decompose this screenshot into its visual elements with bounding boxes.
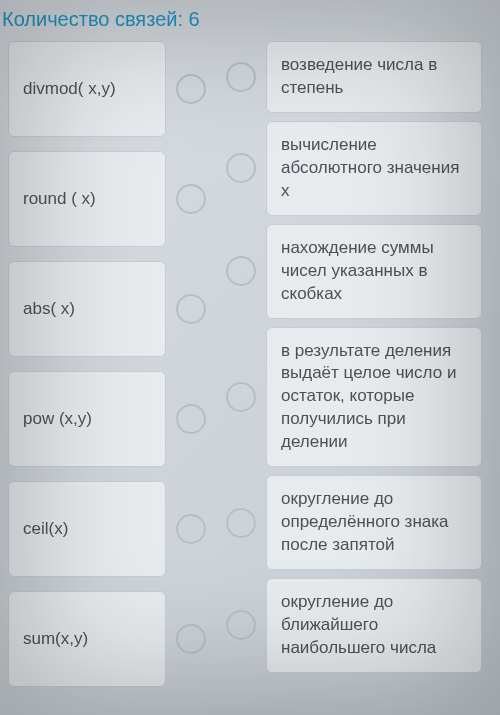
- right-item: вычисление абсолютного значения x: [226, 121, 482, 216]
- function-box-divmod[interactable]: divmod( x,y): [8, 41, 166, 137]
- function-box-pow[interactable]: pow (x,y): [8, 371, 166, 467]
- function-box-round[interactable]: round ( x): [8, 151, 166, 247]
- left-item: ceil(x): [8, 481, 214, 577]
- left-item: round ( x): [8, 151, 214, 247]
- right-item: округление до ближайшего наибольшего чис…: [226, 578, 482, 673]
- connector-right-3[interactable]: [226, 382, 256, 412]
- function-label: sum(x,y): [23, 629, 88, 649]
- connector-right-1[interactable]: [226, 153, 256, 183]
- description-label: в результате деления выдаёт целое число …: [281, 341, 456, 452]
- left-item: divmod( x,y): [8, 41, 214, 137]
- function-label: divmod( x,y): [23, 79, 116, 99]
- connections-count-header: Количество связей: 6: [0, 0, 500, 41]
- left-column: divmod( x,y) round ( x) abs( x) pow (x,y…: [8, 41, 214, 687]
- description-label: округление до определённого знака после …: [281, 489, 449, 554]
- right-column: возведение числа в степень вычисление аб…: [226, 41, 482, 687]
- function-label: round ( x): [23, 189, 96, 209]
- connector-left-5[interactable]: [176, 624, 206, 654]
- connector-left-2[interactable]: [176, 294, 206, 324]
- function-label: pow (x,y): [23, 409, 92, 429]
- connector-right-2[interactable]: [226, 256, 256, 286]
- right-item: нахождение суммы чисел указанных в скобк…: [226, 224, 482, 319]
- description-box-4[interactable]: округление до определённого знака после …: [266, 475, 482, 570]
- description-label: возведение числа в степень: [281, 55, 437, 97]
- function-label: abs( x): [23, 299, 75, 319]
- left-item: pow (x,y): [8, 371, 214, 467]
- connector-right-4[interactable]: [226, 508, 256, 538]
- right-item: возведение числа в степень: [226, 41, 482, 113]
- right-item: округление до определённого знака после …: [226, 475, 482, 570]
- connector-left-0[interactable]: [176, 74, 206, 104]
- description-label: вычисление абсолютного значения x: [281, 135, 459, 200]
- connector-right-5[interactable]: [226, 610, 256, 640]
- left-item: sum(x,y): [8, 591, 214, 687]
- function-box-sum[interactable]: sum(x,y): [8, 591, 166, 687]
- function-box-ceil[interactable]: ceil(x): [8, 481, 166, 577]
- description-label: округление до ближайшего наибольшего чис…: [281, 592, 436, 657]
- left-item: abs( x): [8, 261, 214, 357]
- description-box-5[interactable]: округление до ближайшего наибольшего чис…: [266, 578, 482, 673]
- connector-left-4[interactable]: [176, 514, 206, 544]
- matching-container: divmod( x,y) round ( x) abs( x) pow (x,y…: [0, 41, 500, 687]
- function-box-abs[interactable]: abs( x): [8, 261, 166, 357]
- description-label: нахождение суммы чисел указанных в скобк…: [281, 238, 434, 303]
- connector-left-1[interactable]: [176, 184, 206, 214]
- connector-right-0[interactable]: [226, 62, 256, 92]
- description-box-2[interactable]: нахождение суммы чисел указанных в скобк…: [266, 224, 482, 319]
- description-box-3[interactable]: в результате деления выдаёт целое число …: [266, 327, 482, 468]
- connector-left-3[interactable]: [176, 404, 206, 434]
- description-box-1[interactable]: вычисление абсолютного значения x: [266, 121, 482, 216]
- function-label: ceil(x): [23, 519, 68, 539]
- right-item: в результате деления выдаёт целое число …: [226, 327, 482, 468]
- description-box-0[interactable]: возведение числа в степень: [266, 41, 482, 113]
